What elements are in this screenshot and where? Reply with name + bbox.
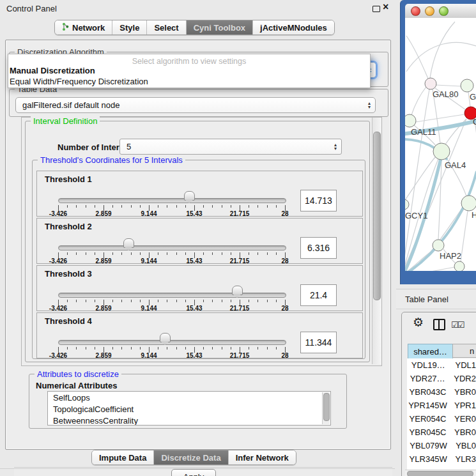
tab-style[interactable]: Style [112, 20, 146, 35]
cell-shared-name[interactable]: YPR145W [407, 399, 449, 412]
list-scrollbar-track[interactable] [322, 392, 330, 424]
threshold-value[interactable]: 21.4 [300, 284, 337, 306]
network-node-label: GAL11 [411, 127, 436, 137]
network-edge[interactable] [436, 85, 461, 86]
network-node-h[interactable] [461, 196, 476, 211]
network-node-gal4[interactable] [433, 143, 450, 160]
cell-shared-name[interactable]: YLR345W [407, 452, 449, 466]
network-node-ga[interactable] [461, 79, 473, 92]
table-row[interactable]: YER054CYER0 [407, 412, 476, 426]
table-row[interactable]: YDR27…YDR2 [407, 372, 476, 385]
cell-name[interactable]: YPR1 [449, 399, 476, 412]
tab-cyni-toolbox[interactable]: Cyni Toolbox [186, 20, 252, 35]
tab-discretize-data[interactable]: Discretize Data [153, 450, 227, 464]
popup-option-manual-discretization[interactable]: Manual Discretization [10, 66, 95, 75]
cell-name[interactable]: YDL1 [449, 358, 476, 372]
cell-shared-name[interactable]: YBR043C [407, 385, 449, 399]
apply-button[interactable]: Apply [171, 469, 216, 476]
slider-tick-label: 28 [281, 257, 288, 265]
close-icon[interactable]: × [383, 1, 388, 13]
list-scrollbar-thumb[interactable] [323, 393, 330, 421]
cell-name[interactable]: YER0 [449, 412, 476, 426]
zoom-traffic-light-icon[interactable] [439, 6, 449, 16]
attribute-list-item[interactable]: SelfLoops [48, 392, 330, 403]
column-header-shared[interactable]: shared… [408, 344, 453, 359]
split-columns-icon[interactable] [433, 319, 445, 330]
network-node-gcy1[interactable] [405, 199, 409, 210]
attribute-list-item[interactable]: BetweennessCentrality [48, 415, 330, 426]
cell-name[interactable]: YDR2 [448, 372, 476, 385]
slider-tick [112, 300, 113, 302]
cell-shared-name[interactable]: YER054C [407, 412, 449, 426]
cell-shared-name[interactable]: YBR045C [407, 426, 449, 439]
popup-option-equal-width-frequency[interactable]: Equal Width/Frequency Discretization [10, 77, 148, 86]
minimize-traffic-light-icon[interactable] [425, 6, 434, 16]
slider-tick [231, 252, 231, 255]
threshold-value[interactable]: 6.316 [300, 237, 337, 259]
threshold-value[interactable]: 14.713 [300, 190, 337, 211]
tab-impute-data[interactable]: Impute Data [92, 450, 153, 464]
network-edge[interactable] [411, 87, 426, 115]
table-data-select[interactable]: galFiltered.sif default node ▴▾ [15, 97, 376, 113]
top-tab-bar: NetworkStyleSelectCyni ToolboxjActiveMNo… [54, 20, 335, 35]
panel-bottom-divider [0, 468, 395, 469]
table-hscrollbar-thumb[interactable] [407, 471, 473, 476]
slider-handle[interactable] [123, 238, 134, 248]
cell-shared-name[interactable]: YDR27… [407, 372, 448, 385]
attribute-list-item[interactable]: TopologicalCoefficient [48, 403, 330, 415]
screenshot-root: Control Panel × NetworkStyleSelectCyni T… [0, 0, 476, 476]
network-edge[interactable] [461, 211, 468, 261]
interval-definition-group: Interval Definition Number of Intervals … [25, 121, 370, 362]
slider-tick [121, 205, 122, 208]
threshold-value[interactable]: 11.344 [300, 332, 337, 353]
table-row[interactable]: YBR045CYBR0 [407, 426, 476, 439]
cell-name[interactable]: YBR0 [449, 385, 476, 399]
network-edge[interactable] [406, 36, 428, 79]
cell-shared-name[interactable]: YDL19… [407, 358, 449, 372]
cell-name[interactable]: YBL0 [450, 439, 476, 452]
network-edge[interactable] [430, 22, 455, 78]
checkboxes-icon[interactable]: ☑☑ [451, 320, 463, 330]
network-node-label: C [473, 117, 476, 127]
table-hscrollbar-track[interactable] [405, 470, 476, 476]
table-row[interactable]: YBL079WYBL0 [407, 439, 476, 452]
network-edge[interactable] [415, 114, 464, 122]
float-window-icon[interactable] [372, 6, 380, 12]
tab-network[interactable]: Network [55, 20, 112, 35]
combo-arrows-icon[interactable]: ▴▾ [334, 143, 337, 151]
apply-button-label: Apply [183, 472, 204, 476]
network-node-gal80[interactable] [425, 78, 436, 89]
slider-tick [276, 347, 277, 349]
slider-handle[interactable] [160, 333, 171, 342]
main-scrollbar-thumb[interactable] [373, 132, 381, 300]
network-edge[interactable] [406, 42, 476, 72]
slider-tick-label: 15.43 [186, 305, 202, 312]
number-of-intervals-select[interactable]: 5 ▴▾ [119, 139, 342, 155]
network-node-hap2[interactable] [433, 240, 444, 251]
table-row[interactable]: YBR043CYBR0 [407, 385, 476, 399]
network-window-titlebar[interactable] [405, 4, 476, 19]
gear-icon[interactable]: ⚙ [413, 316, 424, 328]
tab-select[interactable]: Select [146, 20, 185, 35]
tab-select-label: Select [154, 23, 178, 33]
tab-infer-network[interactable]: Infer Network [228, 450, 296, 464]
slider-tick [212, 300, 213, 302]
network-node-gal11[interactable] [405, 114, 416, 127]
table-row[interactable]: YDL19…YDL1 [407, 358, 476, 372]
slider-handle[interactable] [232, 286, 243, 295]
cell-name[interactable]: YBR0 [449, 426, 476, 439]
network-node[interactable] [454, 261, 464, 271]
table-row[interactable]: YPR145WYPR1 [407, 399, 476, 412]
slider-tick-label: 21.715 [230, 305, 250, 312]
network-canvas[interactable]: GAL80GACGAL11GAL4GCY1HHAP2 [405, 18, 476, 271]
cell-shared-name[interactable]: YBL079W [407, 439, 450, 452]
combo-arrows-icon[interactable]: ▴▾ [368, 102, 371, 109]
column-header-name[interactable]: n [452, 344, 476, 358]
cell-name[interactable]: YLR3 [449, 452, 476, 466]
close-traffic-light-icon[interactable] [411, 6, 420, 16]
tab-jactivemnodules[interactable]: jActiveMNodules [252, 20, 334, 35]
slider-handle[interactable] [184, 191, 195, 201]
table-row[interactable]: YLR345WYLR3 [407, 452, 476, 466]
slider-tick [203, 252, 204, 255]
numerical-attributes-list[interactable]: SelfLoopsTopologicalCoefficientBetweenne… [47, 391, 331, 426]
